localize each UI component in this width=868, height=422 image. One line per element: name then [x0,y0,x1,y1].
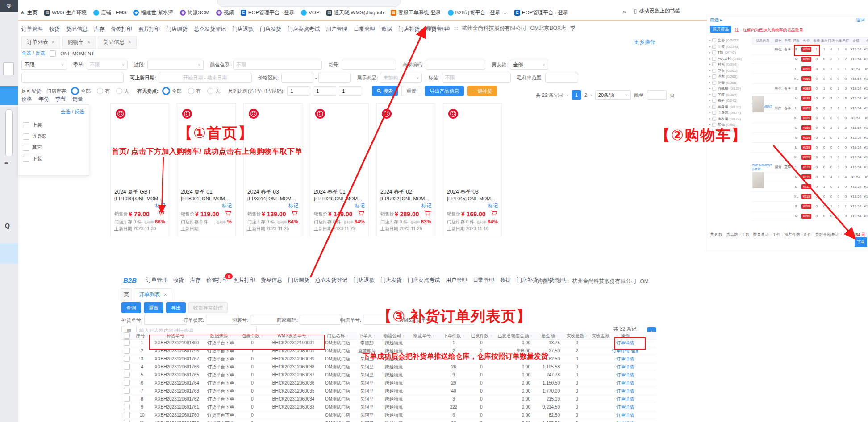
color-input[interactable]: 不限 [233,60,322,70]
nav-item[interactable]: 照片打印 [234,277,255,284]
tree-checkbox[interactable] [712,81,716,85]
nav-item[interactable]: 价签打印 5 [206,277,228,284]
caret-icon[interactable]: ▸ [709,99,710,102]
order-detail-link[interactable]: 订单详情 [616,413,634,418]
cart-qty-input[interactable]: 0 [813,106,821,110]
bookmark-item[interactable]: E EOP管理平台 - 登录 [514,9,568,16]
nav-item[interactable]: 总仓发货登记 [315,277,347,284]
add-to-cart-icon[interactable] [357,210,365,219]
row-checkbox[interactable] [124,356,130,362]
keyword-input[interactable] [21,73,124,83]
next-page-icon[interactable]: › [590,92,592,98]
tree-checkbox[interactable] [712,93,716,97]
nav-item[interactable]: 库存 [94,25,104,33]
caret-icon[interactable]: ▸ [709,75,710,78]
order-row[interactable]: 10 XXBH2023120601760 订货平台下单 0 OM测试门店 朱阿里… [121,411,656,419]
select-all-link[interactable]: 全选 / 反选 [21,50,45,57]
cart-qty-input[interactable]: 0 [813,87,821,91]
row-checkbox[interactable] [124,396,130,402]
sort-link[interactable]: 销量 [72,95,83,103]
add-to-cart-icon[interactable] [490,210,498,219]
caret-icon[interactable]: ▾ [709,93,710,96]
cart-row[interactable]: L ¥219 0 1 0 1 0 ¥15.54 ¥15.54 [752,182,868,192]
page-2[interactable]: 2 [584,92,587,98]
ratio-1-input[interactable]: 1 [287,86,310,96]
radio-stock-no[interactable] [116,88,122,94]
cart-qty-input[interactable]: 0 [813,155,821,159]
more-actions-link[interactable]: 更多操作 [634,38,655,46]
season-select[interactable]: 不限∨ [87,60,128,70]
column-header[interactable]: 实收金额 [589,333,612,339]
cart-row[interactable]: M ¥219 0 0 4 0 4 ¥9.54 ¥9.54 [752,172,868,182]
close-icon[interactable]: ✕ [128,40,131,45]
order-row[interactable]: 9 XXBH2023120601761 订货平台下单 0 BHCK2023120… [121,403,656,411]
add-to-cart-icon[interactable] [291,210,298,219]
cart-row[interactable]: XL ¥219 0 0 0 0 0 ¥13.54 ¥13.54 [752,192,868,202]
grid-icon[interactable]: ∷ [455,25,458,32]
order-row[interactable]: 8 XXBH2023120601762 订货平台下单 0 BHCK2023120… [121,395,656,403]
nav-item[interactable]: 门店卖点考试 [288,25,320,33]
row-checkbox[interactable] [124,404,130,410]
category-checkbox[interactable] [23,133,29,140]
caret-icon[interactable]: ▸ [709,57,710,60]
category-option[interactable]: 其它 [18,142,89,153]
nav-item[interactable]: 收货 [173,277,184,284]
row-checkbox[interactable] [124,420,130,422]
mark-link[interactable]: 标记 [114,202,165,210]
nav-item[interactable]: 门店发货 [260,25,281,33]
row-checkbox[interactable] [124,380,130,386]
product-card[interactable]: 2024 春季 01 [EPT029] ONE MOMENT... 标记 销售价… [310,103,369,236]
nav-item[interactable]: 货品信息 [261,277,282,284]
order-detail-link[interactable]: 订单详情 [616,356,634,361]
column-header[interactable]: 物流单号 ↕ [408,333,439,339]
cart-row[interactable]: L ¥159 0 0 1 0 1 ¥9.54 ¥9.54 [752,64,868,74]
row-checkbox[interactable] [124,372,130,378]
tag-input[interactable]: 不限 [442,73,511,83]
tab[interactable]: 购物车 ✕ [62,36,96,49]
scrollbar-thumb[interactable] [5,109,13,157]
caret-icon[interactable]: ▸ [709,81,710,84]
cart-row[interactable]: S ¥159 0 0 1 0 1 ¥15.54 ¥15.54 [752,202,868,211]
caret-icon[interactable]: ▸ [709,69,710,72]
sku-input[interactable] [342,60,396,70]
tab[interactable]: 货品信息 ✕ [98,36,137,49]
merchant-code-input[interactable] [426,60,485,70]
cart-qty-input[interactable]: 0 [813,77,821,81]
mark-link[interactable]: 标记 [314,202,365,210]
bookmark-item[interactable]: VOP [301,10,319,16]
nav-item[interactable]: 货品信息 [66,25,88,33]
tree-item[interactable]: ▸ 羽绒服 (0/120) [709,86,751,92]
order-row[interactable]: 5 XXBH2023120601765 订货平台下单 0 BHCK2023120… [121,371,656,379]
nav-item[interactable]: 用户管理 [326,25,347,33]
nav-item[interactable]: 日常管理 [473,277,494,284]
row-checkbox[interactable] [124,364,130,370]
nav-item[interactable]: 门店卖点考试 [408,277,440,284]
bookmark-item[interactable]: ◆ 福建世-紫水潭 [133,9,173,16]
ratio-2-input[interactable]: 1 [313,86,336,96]
nav-item[interactable]: 门店补货 [398,25,420,33]
category-option[interactable]: 下装 [18,153,89,164]
add-to-cart-icon[interactable] [158,210,165,219]
category-checkbox[interactable] [23,156,29,162]
row-checkbox[interactable] [124,388,130,394]
one-key-restock-button[interactable]: 一键补货 [467,86,497,96]
tree-checkbox[interactable] [712,105,716,109]
sort-icon[interactable]: ↕ [556,334,558,338]
radio-sp-no[interactable] [207,88,213,94]
radio-stock-all[interactable] [71,87,79,95]
cart-qty-input[interactable]: 0 [813,194,821,199]
order-detail-link[interactable]: 订单详情 [616,405,634,410]
radio-sp-yes[interactable] [188,88,194,94]
reset-button[interactable]: 重置 [144,302,163,313]
nav-item[interactable]: 数据 [381,25,392,33]
nav-item[interactable]: 订单管理 [146,277,167,284]
bookmark-item[interactable]: ▦ 客服工单系统-登录 [391,9,441,16]
tree-checkbox[interactable] [712,38,716,42]
tree-checkbox[interactable] [712,99,716,103]
cart-row[interactable]: L ¥159 0 0 0 0 0 ¥19.54 ¥19.54 [752,143,868,153]
column-header[interactable]: 序号 ↕ [133,333,151,339]
gear-icon[interactable]: ⚙ [446,25,451,32]
search-button[interactable]: 搜索 [372,86,398,96]
caret-icon[interactable]: ▾ [709,111,710,114]
price-min-input[interactable] [281,73,313,83]
